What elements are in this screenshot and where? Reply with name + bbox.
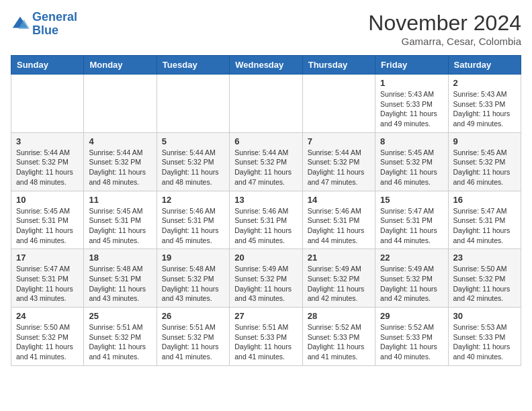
day-info: Sunrise: 5:45 AM Sunset: 5:31 PM Dayligh… [89, 206, 151, 246]
logo-line1: General [32, 10, 77, 24]
weekday-header-tuesday: Tuesday [157, 56, 229, 75]
day-number: 18 [89, 253, 151, 263]
day-number: 9 [453, 136, 516, 146]
day-number: 7 [308, 136, 370, 146]
day-number: 19 [162, 253, 224, 263]
calendar-cell: 26Sunrise: 5:51 AM Sunset: 5:32 PM Dayli… [157, 308, 229, 366]
title-block: November 2024 Gamarra, Cesar, Colombia [368, 11, 521, 47]
calendar-cell: 15Sunrise: 5:47 AM Sunset: 5:31 PM Dayli… [375, 191, 448, 249]
logo-text: General Blue [32, 11, 77, 38]
location: Gamarra, Cesar, Colombia [368, 36, 521, 47]
calendar-cell: 24Sunrise: 5:50 AM Sunset: 5:32 PM Dayli… [11, 308, 84, 366]
calendar-week-1: 1Sunrise: 5:43 AM Sunset: 5:33 PM Daylig… [11, 75, 521, 133]
day-info: Sunrise: 5:45 AM Sunset: 5:32 PM Dayligh… [380, 148, 443, 187]
calendar-cell: 7Sunrise: 5:44 AM Sunset: 5:32 PM Daylig… [302, 132, 375, 191]
day-info: Sunrise: 5:44 AM Sunset: 5:32 PM Dayligh… [162, 148, 224, 187]
weekday-header-sunday: Sunday [11, 56, 84, 75]
day-number: 26 [162, 311, 224, 321]
day-info: Sunrise: 5:46 AM Sunset: 5:31 PM Dayligh… [308, 206, 370, 246]
calendar-cell: 23Sunrise: 5:50 AM Sunset: 5:32 PM Dayli… [448, 249, 521, 308]
logo-icon [11, 15, 30, 34]
day-info: Sunrise: 5:51 AM Sunset: 5:33 PM Dayligh… [234, 322, 297, 362]
calendar-cell: 3Sunrise: 5:44 AM Sunset: 5:32 PM Daylig… [11, 132, 84, 191]
day-info: Sunrise: 5:47 AM Sunset: 5:31 PM Dayligh… [16, 264, 79, 304]
day-info: Sunrise: 5:44 AM Sunset: 5:32 PM Dayligh… [308, 148, 370, 187]
calendar-cell [84, 75, 157, 133]
day-info: Sunrise: 5:49 AM Sunset: 5:32 PM Dayligh… [380, 264, 443, 304]
weekday-header-wednesday: Wednesday [230, 56, 302, 75]
day-info: Sunrise: 5:47 AM Sunset: 5:31 PM Dayligh… [453, 206, 516, 246]
day-info: Sunrise: 5:50 AM Sunset: 5:32 PM Dayligh… [16, 322, 79, 362]
day-info: Sunrise: 5:48 AM Sunset: 5:31 PM Dayligh… [89, 264, 151, 304]
day-info: Sunrise: 5:52 AM Sunset: 5:33 PM Dayligh… [308, 322, 370, 362]
calendar-cell: 28Sunrise: 5:52 AM Sunset: 5:33 PM Dayli… [302, 308, 375, 366]
day-number: 25 [89, 311, 151, 321]
day-number: 16 [453, 195, 516, 205]
day-number: 22 [380, 253, 443, 263]
day-info: Sunrise: 5:47 AM Sunset: 5:31 PM Dayligh… [380, 206, 443, 246]
day-info: Sunrise: 5:48 AM Sunset: 5:32 PM Dayligh… [162, 264, 224, 304]
day-number: 10 [16, 195, 79, 205]
calendar-week-3: 10Sunrise: 5:45 AM Sunset: 5:31 PM Dayli… [11, 191, 521, 249]
day-number: 17 [16, 253, 79, 263]
day-info: Sunrise: 5:45 AM Sunset: 5:32 PM Dayligh… [453, 148, 516, 187]
day-number: 24 [16, 311, 79, 321]
day-info: Sunrise: 5:50 AM Sunset: 5:32 PM Dayligh… [453, 264, 516, 304]
calendar-week-2: 3Sunrise: 5:44 AM Sunset: 5:32 PM Daylig… [11, 132, 521, 191]
calendar-cell: 25Sunrise: 5:51 AM Sunset: 5:32 PM Dayli… [84, 308, 157, 366]
month-title: November 2024 [368, 11, 521, 36]
day-number: 4 [89, 136, 151, 146]
weekday-header-friday: Friday [375, 56, 448, 75]
calendar-cell [230, 75, 302, 133]
calendar-cell: 10Sunrise: 5:45 AM Sunset: 5:31 PM Dayli… [11, 191, 84, 249]
calendar-cell: 20Sunrise: 5:49 AM Sunset: 5:32 PM Dayli… [230, 249, 302, 308]
calendar-cell: 17Sunrise: 5:47 AM Sunset: 5:31 PM Dayli… [11, 249, 84, 308]
day-number: 27 [234, 311, 297, 321]
day-number: 1 [380, 78, 443, 88]
calendar-cell: 4Sunrise: 5:44 AM Sunset: 5:32 PM Daylig… [84, 132, 157, 191]
day-number: 12 [162, 195, 224, 205]
page-header: General Blue November 2024 Gamarra, Cesa… [11, 11, 521, 47]
calendar-cell: 13Sunrise: 5:46 AM Sunset: 5:31 PM Dayli… [230, 191, 302, 249]
day-info: Sunrise: 5:51 AM Sunset: 5:32 PM Dayligh… [162, 322, 224, 362]
day-number: 11 [89, 195, 151, 205]
calendar-cell: 30Sunrise: 5:53 AM Sunset: 5:33 PM Dayli… [448, 308, 521, 366]
calendar-cell: 5Sunrise: 5:44 AM Sunset: 5:32 PM Daylig… [157, 132, 229, 191]
calendar-cell [11, 75, 84, 133]
calendar-cell: 19Sunrise: 5:48 AM Sunset: 5:32 PM Dayli… [157, 249, 229, 308]
calendar-week-4: 17Sunrise: 5:47 AM Sunset: 5:31 PM Dayli… [11, 249, 521, 308]
day-info: Sunrise: 5:43 AM Sunset: 5:33 PM Dayligh… [453, 89, 516, 129]
weekday-header-monday: Monday [84, 56, 157, 75]
calendar-week-5: 24Sunrise: 5:50 AM Sunset: 5:32 PM Dayli… [11, 308, 521, 366]
calendar-cell: 12Sunrise: 5:46 AM Sunset: 5:31 PM Dayli… [157, 191, 229, 249]
day-info: Sunrise: 5:51 AM Sunset: 5:32 PM Dayligh… [89, 322, 151, 362]
day-info: Sunrise: 5:43 AM Sunset: 5:33 PM Dayligh… [380, 89, 443, 129]
logo: General Blue [11, 11, 77, 38]
day-number: 14 [308, 195, 370, 205]
day-number: 21 [308, 253, 370, 263]
day-info: Sunrise: 5:52 AM Sunset: 5:33 PM Dayligh… [380, 322, 443, 362]
calendar-cell: 16Sunrise: 5:47 AM Sunset: 5:31 PM Dayli… [448, 191, 521, 249]
calendar-cell: 21Sunrise: 5:49 AM Sunset: 5:32 PM Dayli… [302, 249, 375, 308]
day-number: 13 [234, 195, 297, 205]
calendar-cell: 29Sunrise: 5:52 AM Sunset: 5:33 PM Dayli… [375, 308, 448, 366]
calendar-cell: 22Sunrise: 5:49 AM Sunset: 5:32 PM Dayli… [375, 249, 448, 308]
day-info: Sunrise: 5:45 AM Sunset: 5:31 PM Dayligh… [16, 206, 79, 246]
day-number: 2 [453, 78, 516, 88]
day-info: Sunrise: 5:46 AM Sunset: 5:31 PM Dayligh… [162, 206, 224, 246]
day-info: Sunrise: 5:49 AM Sunset: 5:32 PM Dayligh… [308, 264, 370, 304]
logo-line2: Blue [32, 24, 58, 37]
day-number: 28 [308, 311, 370, 321]
day-number: 30 [453, 311, 516, 321]
day-info: Sunrise: 5:49 AM Sunset: 5:32 PM Dayligh… [234, 264, 297, 304]
calendar-cell: 14Sunrise: 5:46 AM Sunset: 5:31 PM Dayli… [302, 191, 375, 249]
calendar-cell: 11Sunrise: 5:45 AM Sunset: 5:31 PM Dayli… [84, 191, 157, 249]
calendar-cell: 2Sunrise: 5:43 AM Sunset: 5:33 PM Daylig… [448, 75, 521, 133]
day-info: Sunrise: 5:44 AM Sunset: 5:32 PM Dayligh… [234, 148, 297, 187]
day-number: 23 [453, 253, 516, 263]
day-info: Sunrise: 5:53 AM Sunset: 5:33 PM Dayligh… [453, 322, 516, 362]
weekday-header-saturday: Saturday [448, 56, 521, 75]
calendar-table: SundayMondayTuesdayWednesdayThursdayFrid… [11, 55, 521, 366]
day-number: 3 [16, 136, 79, 146]
calendar-cell: 6Sunrise: 5:44 AM Sunset: 5:32 PM Daylig… [230, 132, 302, 191]
